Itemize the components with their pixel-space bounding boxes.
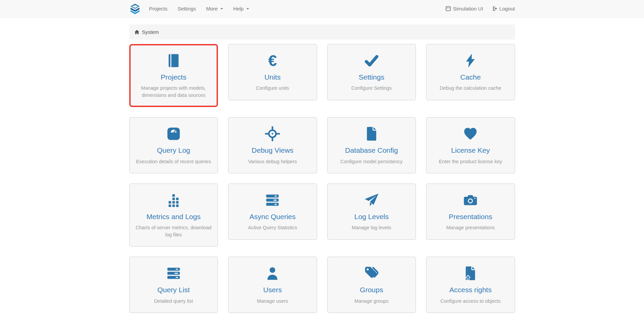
- card-description: Debug the calculation cache: [432, 85, 509, 92]
- card-log-levels[interactable]: Log Levels Manage log levels: [327, 184, 416, 240]
- card-description: Manage log levels: [334, 224, 410, 231]
- card-users[interactable]: Users Manage users: [228, 257, 317, 313]
- card-description: Execution details of recent queries: [136, 158, 212, 165]
- euro-icon: €: [235, 53, 311, 68]
- brand-logo[interactable]: [129, 3, 141, 15]
- card-title: Query Log: [136, 146, 212, 154]
- heart-icon: [432, 126, 509, 142]
- nav-item-label: Help: [233, 6, 244, 12]
- card-license-key[interactable]: License Key Enter the product license ke…: [426, 117, 515, 173]
- window-icon: [445, 6, 451, 12]
- card-title: Debug Views: [235, 146, 311, 154]
- card-title: Query List: [136, 285, 212, 294]
- card-settings[interactable]: Settings Configure Settings: [327, 44, 416, 100]
- file-upload-icon: [432, 266, 509, 281]
- card-description: Configure access to objects: [432, 298, 509, 305]
- nav-item-label: Projects: [149, 6, 168, 12]
- card-description: Manage users: [235, 298, 311, 305]
- card-projects[interactable]: Projects Manage projects with models, di…: [129, 44, 218, 107]
- book-icon: [136, 53, 212, 68]
- system-card-grid: Projects Manage projects with models, di…: [129, 44, 515, 313]
- nav-item-settings[interactable]: Settings: [173, 0, 201, 17]
- check-icon: [334, 53, 410, 68]
- card-title: Cache: [432, 73, 509, 81]
- card-cache[interactable]: Cache Debug the calculation cache: [426, 44, 515, 100]
- card-query-list[interactable]: Query List Detailed query list: [129, 257, 218, 313]
- card-description: Detailed query list: [136, 298, 212, 305]
- nav-item-label: Simulation UI: [453, 6, 483, 12]
- card-debug-views[interactable]: Debug Views Various debug helpers: [228, 117, 317, 173]
- card-description: Manage presentations: [432, 224, 509, 231]
- card-description: Configure Settings: [334, 85, 410, 92]
- card-title: Users: [235, 285, 311, 294]
- card-title: Groups: [334, 285, 410, 294]
- nav-item-more[interactable]: More: [201, 0, 228, 17]
- card-description: Active Query Statistics: [235, 224, 311, 231]
- server-icon: [235, 192, 311, 208]
- user-icon: [235, 266, 311, 281]
- card-description: Configure model persistency: [334, 158, 410, 165]
- card-title: Database Config: [334, 146, 410, 154]
- nav-item-help[interactable]: Help: [228, 0, 254, 17]
- nav-item-label: Logout: [499, 6, 515, 12]
- card-async-queries[interactable]: Async Queries Active Query Statistics: [228, 184, 317, 240]
- nav-item-label: More: [206, 6, 218, 12]
- tags-icon: [334, 266, 410, 281]
- nav-item-simulation-ui[interactable]: Simulation UI: [441, 6, 487, 12]
- logout-icon: [492, 6, 498, 12]
- nav-item-label: Settings: [178, 6, 196, 12]
- nav-item-projects[interactable]: Projects: [144, 0, 173, 17]
- server-icon: [136, 266, 212, 281]
- bolt-icon: [432, 53, 509, 68]
- card-database-config[interactable]: Database Config Configure model persiste…: [327, 117, 416, 173]
- card-units[interactable]: € Units Configure units: [228, 44, 317, 100]
- card-description: Configure units: [235, 85, 311, 92]
- card-presentations[interactable]: Presentations Manage presentations: [426, 184, 515, 240]
- crosshairs-icon: [235, 126, 311, 142]
- breadcrumb-current: System: [142, 29, 159, 35]
- card-title: License Key: [432, 146, 509, 154]
- weight-scale-icon: [136, 126, 212, 142]
- home-icon[interactable]: [134, 29, 139, 35]
- card-title: Settings: [334, 73, 410, 81]
- nav-item-logout[interactable]: Logout: [488, 6, 515, 12]
- card-metrics-and-logs[interactable]: Metrics and Logs Charts of server metric…: [129, 184, 218, 247]
- file-icon: [334, 126, 410, 142]
- navbar-inner: Projects Settings More Help Simulation U…: [124, 0, 520, 17]
- card-query-log[interactable]: Query Log Execution details of recent qu…: [129, 117, 218, 173]
- card-description: Various debug helpers: [235, 158, 311, 165]
- paper-plane-icon: [334, 192, 410, 208]
- card-access-rights[interactable]: Access rights Configure access to object…: [426, 257, 515, 313]
- card-title: Log Levels: [334, 212, 410, 221]
- bar-chart-icon: [136, 192, 212, 208]
- layers-logo-icon: [129, 3, 141, 15]
- card-groups[interactable]: Groups Manage groups: [327, 257, 416, 313]
- card-title: Metrics and Logs: [136, 212, 212, 221]
- card-title: Presentations: [432, 212, 509, 221]
- chevron-down-icon: [246, 8, 249, 9]
- card-title: Async Queries: [235, 212, 311, 221]
- navbar-right: Simulation UI Logout: [441, 6, 515, 12]
- card-description: Manage groups: [334, 298, 410, 305]
- card-title: Access rights: [432, 285, 509, 294]
- top-navbar: Projects Settings More Help Simulation U…: [0, 0, 644, 18]
- card-description: Manage projects with models, dimensions …: [136, 85, 212, 99]
- card-description: Charts of server metrics, download log f…: [136, 224, 212, 238]
- card-title: Units: [235, 73, 311, 81]
- chevron-down-icon: [220, 8, 223, 9]
- breadcrumb: System: [129, 24, 515, 40]
- card-description: Enter the product license key: [432, 158, 509, 165]
- card-title: Projects: [136, 73, 212, 81]
- camera-icon: [432, 192, 509, 208]
